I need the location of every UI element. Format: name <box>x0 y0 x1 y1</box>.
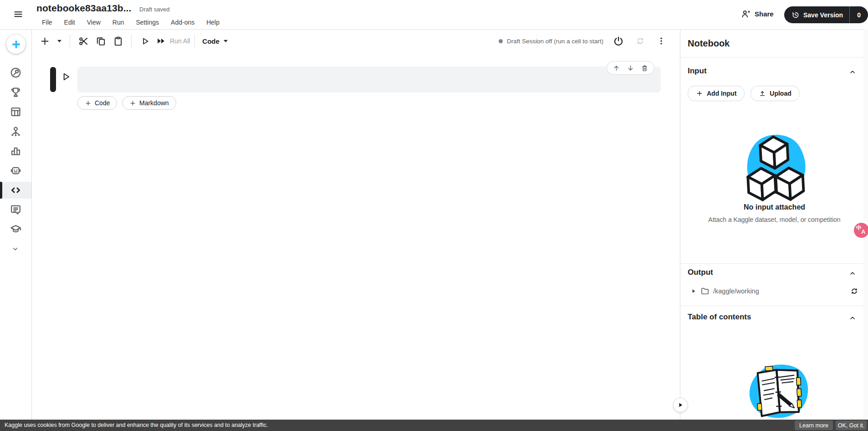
add-cell-dropdown[interactable] <box>53 32 65 50</box>
clipboard-icon <box>113 36 123 46</box>
play-icon <box>140 36 150 46</box>
sidebar-item-discussions[interactable] <box>10 204 22 216</box>
expand-caret-right-icon[interactable] <box>692 288 696 294</box>
caret-down-icon <box>223 39 228 43</box>
move-cell-up-icon[interactable] <box>613 64 620 72</box>
menu-edit[interactable]: Edit <box>61 18 78 26</box>
delete-cell-icon[interactable] <box>641 64 648 72</box>
share-person-icon <box>741 9 751 19</box>
sidebar-item-datasets[interactable] <box>10 106 22 118</box>
add-input-button[interactable]: Add Input <box>688 86 745 101</box>
rail-active-indicator <box>0 182 2 199</box>
no-input-subtitle: Attach a Kaggle dataset, model, or compe… <box>680 216 868 223</box>
sidebar-item-more[interactable] <box>10 245 22 253</box>
share-label: Share <box>755 10 774 18</box>
panel-divider <box>680 306 868 306</box>
cut-cell-button[interactable] <box>75 32 92 50</box>
plus-icon <box>129 100 136 107</box>
sidebar-item-models[interactable] <box>10 125 22 138</box>
toc-collapse-chevron-up-icon[interactable] <box>849 314 856 322</box>
input-actions: Add Input Upload <box>688 86 800 101</box>
plus-icon <box>85 100 92 107</box>
toolbar-more-button[interactable] <box>655 32 667 50</box>
session-status: Draft Session off (run a cell to start) <box>499 38 603 45</box>
kaggle-notebook-editor: notebooke83aa13b... Draft saved File Edi… <box>0 0 868 431</box>
run-all-button[interactable] <box>153 32 169 50</box>
paste-cell-button[interactable] <box>109 32 127 50</box>
upload-button[interactable]: Upload <box>751 86 799 101</box>
upload-icon <box>759 90 766 97</box>
sidebar-item-learn[interactable] <box>10 223 22 236</box>
translate-badge[interactable]: 中 A <box>854 223 868 238</box>
cookie-banner: Kaggle uses cookies from Google to deliv… <box>0 420 868 431</box>
sidebar-item-benchmarks[interactable] <box>10 145 22 157</box>
run-all-label[interactable]: Run All <box>170 37 190 45</box>
menu-file[interactable]: File <box>39 18 55 26</box>
notebook-title[interactable]: notebooke83aa13b... <box>36 3 131 14</box>
save-history-icon <box>791 11 800 19</box>
refresh-output-icon[interactable] <box>850 287 859 296</box>
graduation-cap-icon <box>10 223 22 236</box>
menu-settings[interactable]: Settings <box>133 18 162 26</box>
toolbar-right-group: Draft Session off (run a cell to start) <box>499 29 667 53</box>
fast-forward-icon <box>156 36 166 46</box>
session-restart-button[interactable] <box>633 32 647 50</box>
menu-addons[interactable]: Add-ons <box>168 18 197 26</box>
run-cell-button[interactable] <box>136 32 153 50</box>
power-icon <box>613 36 624 46</box>
play-icon <box>61 72 71 82</box>
kebab-menu-icon <box>657 36 666 46</box>
copy-icon <box>96 36 106 46</box>
cell-focus-indicator[interactable] <box>50 67 56 92</box>
session-status-text: Draft Session off (run a cell to start) <box>507 38 603 45</box>
add-markdown-button[interactable]: Markdown <box>122 96 176 110</box>
toc-empty-illustration <box>738 348 820 430</box>
add-cell-button[interactable] <box>36 32 53 50</box>
collapse-panel-button[interactable] <box>673 398 688 412</box>
code-cell-editor[interactable] <box>77 67 661 92</box>
cookie-ok-button[interactable]: OK, Got it. <box>836 421 867 430</box>
add-code-label: Code <box>95 99 110 107</box>
panel-title: Notebook <box>688 38 730 49</box>
toolbar-separator <box>131 35 132 47</box>
cookie-learn-more-button[interactable]: Learn more <box>795 421 833 430</box>
plus-icon <box>11 39 21 50</box>
input-section-header: Input <box>688 67 707 76</box>
cell-run-button[interactable] <box>60 71 72 83</box>
sidebar-item-home[interactable] <box>10 67 22 79</box>
session-status-dot <box>499 39 503 43</box>
menu-run[interactable]: Run <box>110 18 127 26</box>
folder-icon <box>700 287 710 296</box>
toolbar-left-group: Run All Code <box>36 29 228 53</box>
grid-table-icon <box>10 106 22 118</box>
sidebar-item-packages[interactable] <box>10 164 22 177</box>
robot-icon <box>10 164 22 177</box>
version-count-badge[interactable]: 0 <box>850 11 868 19</box>
input-collapse-chevron-up-icon[interactable] <box>849 68 856 76</box>
hamburger-menu-icon[interactable] <box>12 10 24 20</box>
add-code-button[interactable]: Code <box>77 96 117 110</box>
move-cell-down-icon[interactable] <box>627 64 634 72</box>
session-power-button[interactable] <box>612 32 625 50</box>
bar-chart-icon <box>10 145 22 157</box>
code-brackets-icon <box>10 184 22 196</box>
sidebar-item-code[interactable] <box>10 184 22 196</box>
add-input-label: Add Input <box>707 90 736 97</box>
copy-cell-button[interactable] <box>92 32 109 50</box>
save-version-button[interactable]: Save Version 0 <box>784 6 868 23</box>
left-rail <box>0 29 32 431</box>
cell-actions-pill <box>607 61 654 75</box>
caret-down-icon <box>57 39 62 43</box>
share-button[interactable]: Share <box>741 9 774 19</box>
cell-type-dropdown[interactable]: Code <box>202 37 228 45</box>
output-collapse-chevron-up-icon[interactable] <box>849 270 856 277</box>
refresh-icon <box>635 36 645 46</box>
sidebar-item-competitions[interactable] <box>10 86 22 98</box>
cookie-message: Kaggle uses cookies from Google to deliv… <box>5 422 268 428</box>
working-dir-row[interactable]: /kaggle/working <box>680 285 868 298</box>
menu-view[interactable]: View <box>84 18 103 26</box>
toolbar-separator <box>70 35 70 47</box>
plus-icon <box>40 36 50 46</box>
create-button[interactable] <box>6 35 26 54</box>
menu-help[interactable]: Help <box>204 18 222 26</box>
